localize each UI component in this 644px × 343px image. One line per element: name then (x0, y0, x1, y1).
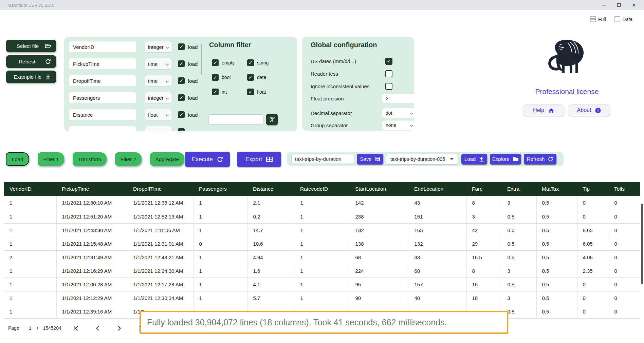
table-cell: 1 (4, 264, 56, 278)
table-cell: 0.5 (536, 291, 577, 305)
column-header-fare[interactable]: Fare (466, 182, 502, 196)
load-checkbox[interactable] (178, 43, 185, 50)
close-button[interactable]: ✕ (626, 0, 641, 10)
table-cell: 0 (609, 305, 640, 318)
tab-aggregate[interactable]: Aggregate (150, 152, 184, 166)
column-header-passengers[interactable]: Passengers (194, 182, 247, 196)
maximize-button[interactable] (611, 0, 626, 10)
global-config-control (385, 58, 392, 65)
column-type-select[interactable]: integer (145, 92, 172, 103)
table-cell: 0.5 (502, 223, 536, 237)
session-name-input[interactable] (291, 154, 354, 164)
load-checkbox[interactable] (178, 128, 185, 131)
filter-checkbox-int[interactable] (212, 89, 219, 95)
full-view-checkbox[interactable] (590, 16, 596, 22)
column-name-input[interactable] (69, 41, 136, 53)
data-view-checkbox[interactable] (614, 16, 620, 22)
page-number-input[interactable]: 1 (29, 325, 32, 331)
column-header-extra[interactable]: Extra (502, 182, 536, 196)
column-header-dropofftime[interactable]: DropoffTime (128, 182, 194, 196)
table-header-row: VendorIDPickupTimeDropoffTimePassengersD… (4, 182, 640, 196)
about-button[interactable]: About (568, 104, 610, 116)
table-cell: 1 (194, 210, 247, 223)
tab-filter-2[interactable]: Filter 2 (115, 152, 142, 166)
explore-button[interactable]: Explore (490, 154, 521, 165)
column-name-input[interactable] (69, 126, 136, 131)
chevron-down-icon (165, 112, 169, 118)
column-header-distance[interactable]: Distance (247, 182, 295, 196)
group-separator-select[interactable]: none (382, 120, 414, 130)
tab-filter-1[interactable]: Filter 1 (38, 152, 64, 166)
decimal-separator-select[interactable]: dot (382, 108, 414, 118)
float-precision-input[interactable] (382, 93, 414, 103)
export-button[interactable]: Export (237, 152, 281, 167)
execute-button[interactable]: Execute (185, 152, 230, 167)
table-cell: 1 (295, 291, 350, 305)
load-button[interactable]: Load (461, 154, 487, 165)
first-page-button[interactable] (72, 324, 80, 332)
session-refresh-button[interactable]: Refresh (524, 154, 556, 165)
ignore-inconsistent-values-checkbox[interactable] (385, 83, 392, 90)
column-type-select[interactable]: integer (145, 41, 172, 53)
table-cell: 1/1/2021 1:11:06 AM (128, 223, 194, 237)
prev-page-button[interactable] (94, 324, 102, 332)
column-type-select[interactable]: time (145, 58, 172, 70)
column-name-input[interactable] (69, 58, 136, 70)
tab-transform[interactable]: Transform (73, 152, 107, 166)
filter-checkbox-empty[interactable] (212, 59, 219, 66)
column-header-mtatax[interactable]: MtaTax (536, 182, 577, 196)
license-label[interactable]: Professional license (523, 88, 611, 96)
global-config-label: Float precision (311, 96, 344, 101)
filter-checkbox-date[interactable] (247, 74, 254, 81)
column-header-tip[interactable]: Tip (577, 182, 609, 196)
filter-off-button[interactable] (266, 114, 278, 125)
header-less-checkbox[interactable] (385, 70, 392, 77)
column-header-vendorid[interactable]: VendorID (4, 182, 56, 196)
table-cell: 2.35 (577, 264, 609, 278)
load-checkbox[interactable] (178, 94, 185, 101)
column-header-startlocation[interactable]: StartLocation (350, 182, 409, 196)
table-row: 11/1/2021 12:16:29 AM1/1/2021 12:24:30 A… (4, 264, 640, 278)
dropdown-arrow-icon (450, 158, 454, 160)
session-refresh-label: Refresh (527, 156, 545, 162)
refresh-button[interactable]: Refresh (6, 55, 56, 68)
help-button[interactable]: Help (523, 104, 564, 116)
column-name-input[interactable] (69, 75, 136, 87)
prev-page-icon (94, 325, 101, 331)
table-cell: 1/1/2021 12:15:48 AM (56, 237, 128, 250)
session-select[interactable]: taxi-trips-by-duration-005 (386, 154, 458, 165)
us-dates-mm-dd--checkbox[interactable] (385, 58, 392, 65)
filter-checkbox-bool[interactable] (212, 74, 219, 81)
column-type-value: time (148, 78, 165, 84)
next-page-button[interactable] (116, 324, 123, 332)
filter-checkbox-string[interactable] (247, 59, 254, 66)
example-file-button[interactable]: Example file (6, 71, 56, 83)
table-row: 11/1/2021 12:12:29 AM1/1/2021 12:30:34 A… (4, 291, 640, 305)
load-label: load (188, 95, 198, 101)
filter-option-label: empty (222, 60, 235, 65)
table-scrollbar[interactable] (641, 204, 643, 284)
column-header-ratecodeid[interactable]: RatecodeID (295, 182, 350, 196)
filter-checkbox-float[interactable] (247, 89, 254, 95)
chevron-down-icon (165, 78, 169, 84)
table-cell: 1 (194, 223, 247, 237)
load-checkbox[interactable] (178, 111, 185, 118)
minimize-button[interactable] (596, 0, 611, 10)
column-name-input[interactable] (69, 109, 136, 120)
column-search-input[interactable] (208, 114, 263, 125)
load-checkbox[interactable] (178, 60, 185, 67)
table-cell: 2.1 (247, 196, 295, 210)
table-cell: 1/1/2021 12:51:20 AM (56, 210, 128, 223)
select-file-button[interactable]: Select file (6, 40, 56, 52)
column-header-tolls[interactable]: Tolls (609, 182, 640, 196)
load-checkbox[interactable] (178, 77, 185, 84)
column-name-input[interactable] (69, 92, 136, 103)
column-header-pickuptime[interactable]: PickupTime (56, 182, 128, 196)
column-type-select[interactable]: time (145, 75, 172, 87)
table-cell: 0 (577, 305, 609, 318)
tab-load[interactable]: Load (6, 152, 29, 166)
column-type-select[interactable] (145, 126, 172, 131)
column-type-select[interactable]: float (145, 109, 172, 120)
column-header-endlocation[interactable]: EndLocation (409, 182, 466, 196)
save-button[interactable]: Save (357, 154, 383, 165)
